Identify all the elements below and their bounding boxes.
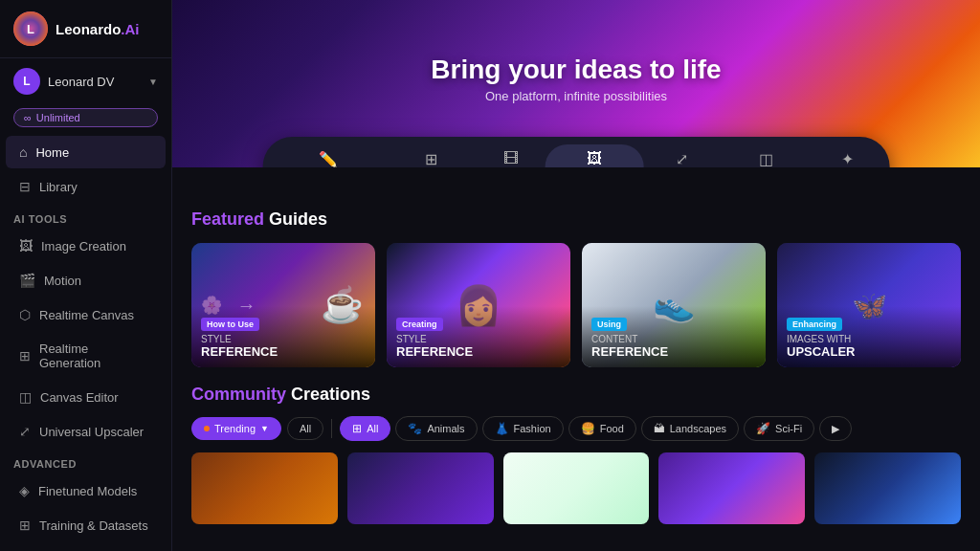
realtime-canvas-pill-icon: ✏️ — [319, 150, 338, 167]
guide-tag-4: Enhancing — [787, 318, 842, 331]
hero-banner: Bring your ideas to life One platform, i… — [172, 0, 980, 167]
sidebar: L Leonardo.Ai L Leonard DV ▼ ∞ Unlimited… — [0, 0, 172, 551]
community-header: Community Creations — [191, 385, 961, 405]
pill-upscaler[interactable]: ⤢ Upscaler — [648, 144, 716, 167]
sidebar-item-canvas-editor[interactable]: ◫ Canvas Editor — [6, 381, 166, 413]
community-thumb-5[interactable] — [814, 452, 961, 524]
main-content: Bring your ideas to life One platform, i… — [172, 0, 980, 551]
filter-landscapes[interactable]: 🏔 Landscapes — [641, 416, 739, 441]
motion-pill-icon: 🎞 — [503, 150, 519, 167]
community-title: Community Creations — [191, 385, 370, 405]
plan-badge[interactable]: ∞ Unlimited — [13, 108, 158, 127]
community-thumb-3[interactable] — [503, 452, 650, 524]
pill-motion[interactable]: 🎞 Motion — [480, 144, 542, 167]
svg-text:L: L — [27, 22, 34, 36]
library-icon: ⊟ — [19, 179, 31, 194]
hero-subtitle: One platform, infinite possibilities — [485, 89, 667, 103]
advanced-section-title: Advanced — [0, 449, 171, 474]
app-name: Leonardo.Ai — [56, 21, 140, 37]
pill-more[interactable]: ✦ More — [816, 144, 878, 167]
more-pill-icon: ✦ — [841, 150, 854, 167]
training-icon: ⊞ — [19, 518, 31, 533]
canvas-editor-pill-icon: ◫ — [759, 150, 773, 167]
sidebar-item-library[interactable]: ⊟ Library — [6, 170, 166, 203]
sidebar-item-texture-generation[interactable]: ◫ Texture Generation Alpha — [6, 543, 166, 551]
community-thumbs-row — [191, 452, 961, 524]
upscaler-pill-icon: ⤢ — [676, 150, 688, 167]
animals-icon: 🐾 — [408, 422, 422, 435]
pill-realtime-canvas[interactable]: ✏️ Realtime Canvas — [275, 144, 382, 167]
food-icon: 🍔 — [581, 422, 595, 435]
ai-tools-section-title: AI Tools — [0, 204, 171, 229]
sidebar-item-training-datasets[interactable]: ⊞ Training & Datasets — [6, 509, 166, 541]
nav-pills: ✏️ Realtime Canvas ⊞ Realtime Gen 🎞 Moti… — [263, 137, 890, 167]
trending-dot-icon — [204, 426, 210, 431]
content-area: Featured Guides ☕ 🌸 → How to Use STYLE R… — [172, 167, 980, 551]
community-thumb-4[interactable] — [658, 452, 805, 524]
guide-card-upscaler-enhance[interactable]: 🦋 Enhancing IMAGES WITH UPSCALER — [777, 243, 961, 367]
filter-food[interactable]: 🍔 Food — [568, 416, 636, 441]
home-icon: ⌂ — [19, 144, 27, 160]
guide-overlay-3: Using CONTENT REFERENCE — [582, 306, 766, 367]
upscaler-icon: ⤢ — [19, 424, 31, 439]
motion-icon: 🎬 — [19, 273, 35, 288]
filter-next[interactable]: ▶ — [819, 416, 852, 441]
user-section[interactable]: L Leonard DV ▼ — [0, 58, 171, 104]
sci-fi-icon: 🚀 — [756, 422, 770, 435]
filter-sci-fi[interactable]: 🚀 Sci-Fi — [744, 416, 814, 441]
featured-guides-title: Featured Guides — [191, 209, 961, 230]
canvas-editor-icon: ◫ — [19, 389, 32, 405]
sidebar-item-home[interactable]: ⌂ Home — [6, 136, 166, 168]
fashion-icon: 👗 — [495, 422, 509, 435]
landscapes-icon: 🏔 — [654, 422, 665, 435]
community-thumb-2[interactable] — [347, 452, 494, 524]
guides-row: ☕ 🌸 → How to Use STYLE REFERENCE 👩 Creat… — [191, 243, 961, 367]
guide-tag-2: Creating — [396, 318, 443, 331]
logo-avatar: L — [13, 11, 48, 46]
guide-card-style-ref-how[interactable]: ☕ 🌸 → How to Use STYLE REFERENCE — [191, 243, 375, 367]
realtime-gen-pill-icon: ⊞ — [425, 150, 437, 167]
chevron-down-icon: ▼ — [148, 77, 158, 87]
community-thumb-1[interactable] — [191, 452, 338, 524]
sidebar-item-image-creation[interactable]: 🖼 Image Creation — [6, 230, 166, 262]
sidebar-header: L Leonardo.Ai — [0, 0, 171, 58]
chevron-down-icon: ▼ — [260, 424, 269, 433]
realtime-gen-icon: ⊞ — [19, 348, 31, 364]
sidebar-item-upscaler[interactable]: ⤢ Universal Upscaler — [6, 415, 166, 448]
image-creation-icon: 🖼 — [19, 238, 33, 253]
pill-image-creation[interactable]: 🖼 Image Creation — [546, 144, 644, 167]
guide-overlay-4: Enhancing IMAGES WITH UPSCALER — [777, 306, 961, 367]
filter-all-right[interactable]: ⊞ All — [340, 416, 390, 441]
unlimited-icon: ∞ — [24, 112, 32, 123]
sidebar-item-realtime-canvas[interactable]: ⬡ Realtime Canvas — [6, 298, 166, 331]
pill-canvas-editor[interactable]: ◫ Canvas Editor — [720, 144, 813, 167]
guide-card-content-ref-using[interactable]: 👟 Using CONTENT REFERENCE — [582, 243, 766, 367]
hero-title: Bring your ideas to life — [431, 55, 721, 85]
sidebar-item-finetuned-models[interactable]: ◈ Finetuned Models — [6, 474, 166, 507]
avatar: L — [13, 68, 40, 95]
pill-realtime-gen[interactable]: ⊞ Realtime Gen — [385, 144, 476, 167]
image-creation-pill-icon: 🖼 — [587, 150, 602, 167]
finetuned-icon: ◈ — [19, 483, 30, 498]
filter-all-left[interactable]: All — [287, 417, 323, 440]
guide-card-style-ref-create[interactable]: 👩 Creating STYLE REFERENCE — [387, 243, 570, 367]
plan-badge-row: ∞ Unlimited — [0, 104, 171, 135]
guide-tag-3: Using — [591, 318, 627, 331]
filter-trending[interactable]: Trending ▼ — [191, 417, 281, 440]
filter-fashion[interactable]: 👗 Fashion — [482, 416, 564, 441]
guide-overlay-2: Creating STYLE REFERENCE — [387, 306, 570, 367]
guide-overlay-1: How to Use STYLE REFERENCE — [191, 306, 375, 367]
realtime-canvas-icon: ⬡ — [19, 307, 31, 322]
user-name: Leonard DV — [48, 75, 141, 89]
filter-animals[interactable]: 🐾 Animals — [395, 416, 477, 441]
sidebar-item-realtime-generation[interactable]: ⊞ Realtime Generation — [6, 333, 166, 379]
all-icon: ⊞ — [352, 422, 362, 435]
sidebar-item-motion[interactable]: 🎬 Motion — [6, 264, 166, 297]
guide-tag-1: How to Use — [201, 318, 259, 331]
chevron-right-icon: ▶ — [832, 423, 839, 435]
